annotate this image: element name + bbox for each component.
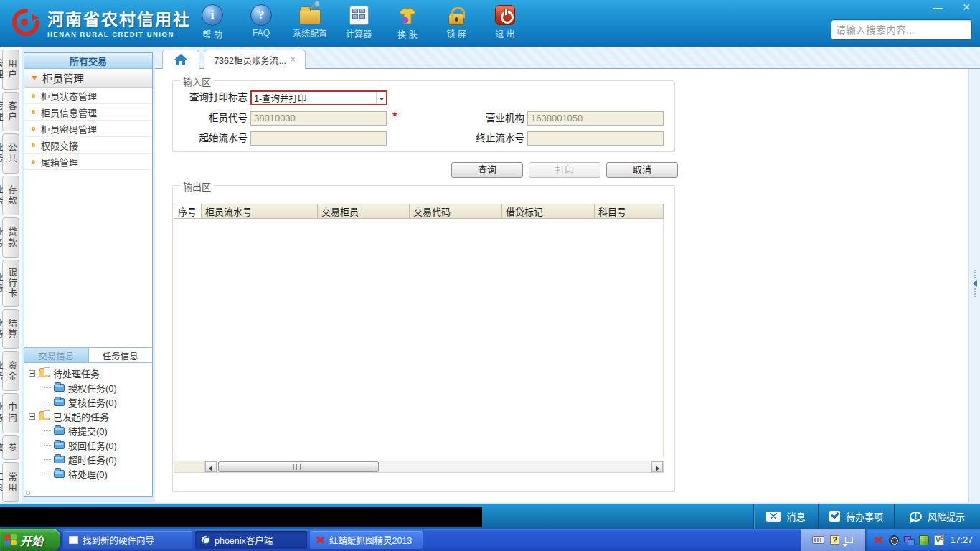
col-teller-serial[interactable]: 柜员流水号 <box>202 204 318 219</box>
power-icon <box>495 5 515 25</box>
grid-horizontal-scrollbar <box>174 461 664 473</box>
bullet-icon <box>32 160 35 164</box>
scroll-left-button[interactable] <box>205 461 217 472</box>
restore-band-icon[interactable] <box>845 537 853 543</box>
language-band: ? <box>801 529 865 551</box>
tree-node-timeout-tasks[interactable]: 超时任务(0) <box>29 452 152 466</box>
col-subject-no[interactable]: 科目号 <box>595 204 664 219</box>
sidebar-group-teller-mgmt[interactable]: 柜员管理 <box>24 69 152 88</box>
help-button[interactable]: i 帮 助 <box>188 4 237 44</box>
sidebar-item-cashbox-mgmt[interactable]: 尾箱管理 <box>24 154 152 170</box>
bullet-icon <box>32 94 35 98</box>
tab-transaction-info[interactable]: 交易信息 <box>24 348 88 362</box>
module-tab-common-tools[interactable]: 常用工具 <box>2 462 19 502</box>
faq-button[interactable]: ? FAQ <box>237 4 286 44</box>
col-trans-teller[interactable]: 交易柜员 <box>318 204 410 219</box>
sidebar-item-teller-status[interactable]: 柜员状态管理 <box>24 88 152 104</box>
teller-code-label: 柜员代号 <box>169 111 248 126</box>
change-skin-button[interactable]: 换 肤 <box>383 4 432 44</box>
module-tab-parameters[interactable]: 参数 <box>2 435 19 461</box>
window-controls: — ✕ <box>928 1 976 13</box>
module-tab-customer-mgmt[interactable]: 客户管理 <box>2 92 19 132</box>
result-grid-body <box>174 219 664 458</box>
search-input[interactable] <box>831 24 970 36</box>
module-tab-user-mgmt[interactable]: 用户管理 <box>2 50 19 90</box>
keyboard-icon[interactable] <box>812 536 824 544</box>
module-tab-bankcard-biz[interactable]: 银行卡业务 <box>2 260 19 307</box>
tree-node-initiated-tasks[interactable]: 已发起的任务 <box>29 409 152 423</box>
bullet-icon <box>32 110 35 114</box>
collapse-minus-icon[interactable] <box>29 370 35 377</box>
tree-node-to-process[interactable]: 待处理(0) <box>29 466 152 481</box>
active-tab-7362[interactable]: 7362柜员账务流... × <box>204 50 306 69</box>
folder-icon <box>54 470 65 478</box>
ime-help-icon[interactable]: ? <box>830 535 839 545</box>
module-tab-funds-biz[interactable]: 资金业务 <box>2 351 19 391</box>
task-phoenix-client[interactable]: phoenix客户端 <box>195 531 307 549</box>
module-tab-intermediate-biz[interactable]: 中间业务 <box>2 393 19 433</box>
tree-node-rejected-tasks[interactable]: 驳回任务(0) <box>29 438 152 452</box>
calculator-button[interactable]: 计算器 <box>334 4 383 44</box>
tshirt-icon <box>397 6 418 26</box>
scroll-right-button[interactable] <box>651 461 663 472</box>
tray-v2-icon[interactable] <box>934 535 944 545</box>
query-print-flag-label: 查询打印标志 <box>169 90 248 105</box>
tray-antivirus-icon[interactable] <box>919 535 929 545</box>
sidebar-item-permission-handover[interactable]: 权限交接 <box>24 137 152 154</box>
folder-icon <box>54 427 65 435</box>
messages-button[interactable]: 消息 <box>753 504 818 529</box>
cancel-button[interactable]: 取消 <box>606 162 678 178</box>
tray-network-icon[interactable] <box>904 535 914 545</box>
tab-close-icon[interactable]: × <box>291 55 296 65</box>
start-button[interactable]: 开始 <box>0 529 60 551</box>
minimize-button[interactable]: — <box>928 1 947 13</box>
tray-dragonfly-icon[interactable] <box>874 535 884 545</box>
col-trans-code[interactable]: 交易代码 <box>410 204 502 219</box>
module-tab-deposit-biz[interactable]: 存款业务 <box>2 176 19 216</box>
home-tab[interactable] <box>162 50 199 69</box>
tab-task-info[interactable]: 任务信息 <box>88 348 153 362</box>
faq-label: FAQ <box>253 28 270 38</box>
sidebar-item-teller-password[interactable]: 柜员密码管理 <box>24 121 152 137</box>
col-seq-no[interactable]: 序号 <box>174 204 202 219</box>
clock[interactable]: 17:27 <box>951 535 973 545</box>
todo-button[interactable]: 待办事项 <box>818 504 894 529</box>
lock-icon <box>448 14 464 25</box>
risk-alert-button[interactable]: 风险提示 <box>894 504 980 529</box>
tree-node-pending-tasks[interactable]: 待处理任务 <box>29 366 152 380</box>
message-icon <box>766 512 781 522</box>
window-icon <box>69 536 78 544</box>
col-debit-credit[interactable]: 借贷标记 <box>502 204 595 219</box>
scrollbar-track[interactable] <box>217 461 651 472</box>
splitter-handle[interactable] <box>26 491 30 495</box>
exit-button[interactable]: 退 出 <box>481 4 529 44</box>
module-tab-public-biz[interactable]: 公共业务 <box>2 133 19 174</box>
collapse-panel-handle[interactable] <box>971 270 978 298</box>
task-screenshot-tool[interactable]: 红蜻蜓抓图精灵2013 <box>310 531 423 549</box>
lock-screen-button[interactable]: 锁 屏 <box>432 4 481 44</box>
module-tab-settlement-biz[interactable]: 结算业务 <box>2 309 19 349</box>
sidebar-item-teller-info[interactable]: 柜员信息管理 <box>24 104 152 121</box>
collapse-minus-icon[interactable] <box>29 413 35 420</box>
close-button[interactable]: ✕ <box>957 1 976 13</box>
system-config-button[interactable]: 系统配置 <box>286 4 334 44</box>
start-serial-field <box>250 131 387 146</box>
folder-icon <box>54 456 65 463</box>
end-serial-field <box>527 131 664 146</box>
transaction-sidebar: 所有交易 柜员管理 柜员状态管理 柜员信息管理 柜员密码管理 权限交接 尾箱管理… <box>24 52 153 497</box>
module-tab-loan-biz[interactable]: 贷款业务 <box>2 217 19 258</box>
tree-node-auth-tasks[interactable]: 授权任务(0) <box>29 380 152 395</box>
query-print-flag-dropdown[interactable]: 1-查询并打印 <box>250 90 387 105</box>
application-window: 河南省农村信用社 HENAN RURAL CREDIT UNION i 帮 助 … <box>0 0 980 551</box>
tree-node-to-submit[interactable]: 待提交(0) <box>29 423 152 438</box>
required-asterisk: * <box>392 110 397 124</box>
end-serial-label: 终止流水号 <box>446 131 524 146</box>
tree-node-review-tasks[interactable]: 复核任务(0) <box>29 395 152 409</box>
active-tab-label: 7362柜员账务流... <box>214 53 286 67</box>
task-new-hardware-wizard[interactable]: 找到新的硬件向导 <box>63 531 192 549</box>
scrollbar-thumb[interactable] <box>218 461 379 472</box>
tray-globe-icon[interactable] <box>889 535 899 545</box>
expanded-triangle-icon <box>32 76 37 80</box>
print-button: 打印 <box>529 162 600 178</box>
query-button[interactable]: 查询 <box>451 162 523 178</box>
